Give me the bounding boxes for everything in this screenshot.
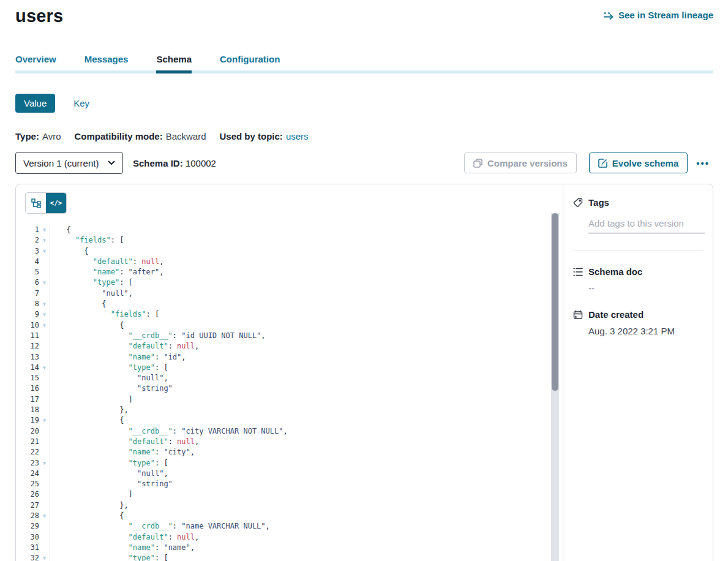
code-text: { bbox=[50, 320, 549, 331]
line-number: 22 bbox=[16, 447, 39, 457]
date-created-value: Aug. 3 2022 3:21 PM bbox=[588, 326, 703, 336]
fold-arrow-icon[interactable]: ▼ bbox=[39, 246, 50, 257]
code-text: ] bbox=[50, 394, 549, 405]
schema-doc-title: Schema doc bbox=[588, 266, 642, 277]
tag-icon bbox=[573, 198, 583, 208]
compatibility-meta: Compatibility mode:Backward bbox=[74, 131, 206, 141]
editor-view-toggle: </> bbox=[26, 193, 66, 213]
fold-arrow-icon[interactable]: ▼ bbox=[39, 299, 50, 309]
code-line: 17 ] bbox=[16, 394, 549, 405]
fold-arrow-icon[interactable]: ▼ bbox=[39, 225, 50, 235]
schema-id: Schema ID: 100002 bbox=[133, 158, 216, 168]
code-line: 32▼ "type": [ bbox=[16, 553, 549, 561]
fold-arrow-icon[interactable]: ▼ bbox=[39, 511, 50, 521]
fold-arrow-icon[interactable]: ▼ bbox=[39, 458, 50, 469]
code-text: "default": null, bbox=[50, 532, 549, 543]
version-select-value: Version 1 (current) bbox=[23, 158, 99, 168]
schema-editor: </> 1▼ {2▼ "fields": [3▼ {4 "default": n… bbox=[16, 184, 563, 561]
code-line: 3▼ { bbox=[16, 246, 549, 257]
fold-spacer bbox=[39, 543, 50, 553]
add-tags-input[interactable] bbox=[588, 218, 705, 233]
line-number: 28 bbox=[16, 511, 39, 521]
fold-arrow-icon[interactable]: ▼ bbox=[39, 553, 50, 561]
fold-spacer bbox=[39, 288, 50, 299]
key-toggle-button[interactable]: Key bbox=[70, 97, 93, 109]
code-line: 1▼ { bbox=[16, 225, 549, 235]
date-created-section: Date created Aug. 3 2022 3:21 PM bbox=[573, 309, 703, 336]
more-actions-button[interactable]: ••• bbox=[692, 156, 713, 171]
code-line: 29 "__crdb__": "name VARCHAR NULL", bbox=[16, 521, 549, 532]
code-line: 25 "string" bbox=[16, 479, 549, 489]
fold-spacer bbox=[39, 352, 50, 363]
code-text: "null", bbox=[50, 469, 549, 479]
tree-view-button[interactable] bbox=[26, 193, 46, 213]
line-number: 23 bbox=[16, 458, 39, 469]
code-text: "string" bbox=[50, 479, 549, 489]
tab-track bbox=[15, 70, 713, 73]
code-text: }, bbox=[50, 500, 549, 511]
fold-arrow-icon[interactable]: ▼ bbox=[39, 277, 50, 288]
schema-doc-section: Schema doc -- bbox=[573, 266, 703, 293]
tab-overview[interactable]: Overview bbox=[15, 54, 56, 70]
line-number: 30 bbox=[16, 532, 39, 543]
fold-arrow-icon[interactable]: ▼ bbox=[39, 235, 50, 246]
code-line: 4 "default": null, bbox=[16, 257, 549, 267]
editor-scrollbar[interactable] bbox=[551, 213, 559, 561]
fold-arrow-icon[interactable]: ▼ bbox=[39, 309, 50, 320]
line-number: 5 bbox=[16, 267, 39, 277]
code-text: "null", bbox=[50, 373, 549, 383]
fold-spacer bbox=[39, 341, 50, 352]
fold-arrow-icon[interactable]: ▼ bbox=[39, 320, 50, 331]
value-toggle-button[interactable]: Value bbox=[15, 94, 55, 113]
line-number: 17 bbox=[16, 394, 39, 405]
code-line: 2▼ "fields": [ bbox=[16, 235, 549, 246]
code-text: "type": [ bbox=[50, 458, 549, 469]
fold-arrow-icon[interactable]: ▼ bbox=[39, 363, 50, 373]
code-line: 18 }, bbox=[16, 405, 549, 415]
code-area[interactable]: 1▼ {2▼ "fields": [3▼ {4 "default": null,… bbox=[16, 225, 549, 561]
code-text: { bbox=[50, 246, 549, 257]
code-text: "type": [ bbox=[50, 553, 549, 561]
version-select[interactable]: Version 1 (current) bbox=[15, 152, 123, 174]
see-in-stream-lineage-link[interactable]: See in Stream lineage bbox=[603, 10, 713, 20]
code-text: "fields": [ bbox=[50, 235, 549, 246]
code-line: 13 "name": "id", bbox=[16, 352, 549, 363]
code-view-button[interactable]: </> bbox=[46, 193, 66, 213]
code-line: 26 ] bbox=[16, 489, 549, 500]
line-number: 2 bbox=[16, 235, 39, 246]
fold-spacer bbox=[39, 489, 50, 500]
tab-configuration[interactable]: Configuration bbox=[220, 54, 280, 70]
tab-messages[interactable]: Messages bbox=[84, 54, 129, 70]
fold-spacer bbox=[39, 394, 50, 405]
tags-section: Tags bbox=[573, 197, 703, 233]
code-line: 24 "null", bbox=[16, 469, 549, 479]
code-line: 20 "__crdb__": "city VARCHAR NOT NULL", bbox=[16, 426, 549, 437]
version-bar: Version 1 (current) Schema ID: 100002 Co… bbox=[15, 152, 713, 174]
code-text: "null", bbox=[50, 288, 549, 299]
fold-arrow-icon[interactable]: ▼ bbox=[39, 415, 50, 426]
code-text: "name": "id", bbox=[50, 352, 549, 363]
evolve-schema-button[interactable]: Evolve schema bbox=[589, 152, 688, 173]
fold-spacer bbox=[39, 447, 50, 457]
value-key-toggle: Value Key bbox=[15, 94, 713, 113]
code-line: 16 "string" bbox=[16, 383, 549, 394]
fold-spacer bbox=[39, 500, 50, 511]
tab-schema[interactable]: Schema bbox=[156, 54, 192, 70]
line-number: 21 bbox=[16, 437, 39, 447]
code-text: "default": null, bbox=[50, 437, 549, 447]
line-number: 12 bbox=[16, 341, 39, 352]
code-text: { bbox=[50, 299, 549, 309]
compare-versions-button[interactable]: Compare versions bbox=[464, 152, 577, 173]
line-number: 25 bbox=[16, 479, 39, 489]
schema-doc-header: Schema doc bbox=[573, 266, 703, 277]
code-line: 27 }, bbox=[16, 500, 549, 511]
schema-panel: </> 1▼ {2▼ "fields": [3▼ {4 "default": n… bbox=[15, 184, 713, 561]
line-number: 10 bbox=[16, 320, 39, 331]
editor-scrollbar-thumb[interactable] bbox=[552, 213, 558, 391]
topic-link[interactable]: users bbox=[286, 131, 309, 141]
line-number: 3 bbox=[16, 246, 39, 257]
code-text: "type": [ bbox=[50, 363, 549, 373]
code-text: { bbox=[50, 415, 549, 426]
line-number: 31 bbox=[16, 543, 39, 553]
line-number: 27 bbox=[16, 500, 39, 511]
